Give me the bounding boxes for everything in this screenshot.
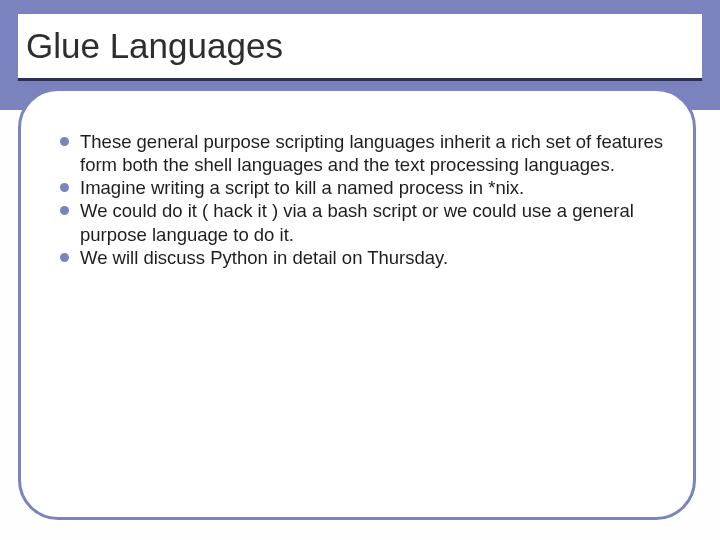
body: These general purpose scripting language… [58, 130, 668, 269]
title-box: Glue Languages [18, 14, 702, 81]
list-item: We could do it ( hack it ) via a bash sc… [58, 199, 668, 245]
bullet-list: These general purpose scripting language… [58, 130, 668, 269]
bullet-text: Imagine writing a script to kill a named… [80, 177, 524, 198]
bullet-text: These general purpose scripting language… [80, 131, 663, 175]
list-item: Imagine writing a script to kill a named… [58, 176, 668, 199]
bullet-text: We could do it ( hack it ) via a bash sc… [80, 200, 634, 244]
list-item: We will discuss Python in detail on Thur… [58, 246, 668, 269]
list-item: These general purpose scripting language… [58, 130, 668, 176]
slide: Glue Languages These general purpose scr… [0, 0, 720, 540]
bullet-text: We will discuss Python in detail on Thur… [80, 247, 448, 268]
slide-title: Glue Languages [18, 26, 283, 66]
